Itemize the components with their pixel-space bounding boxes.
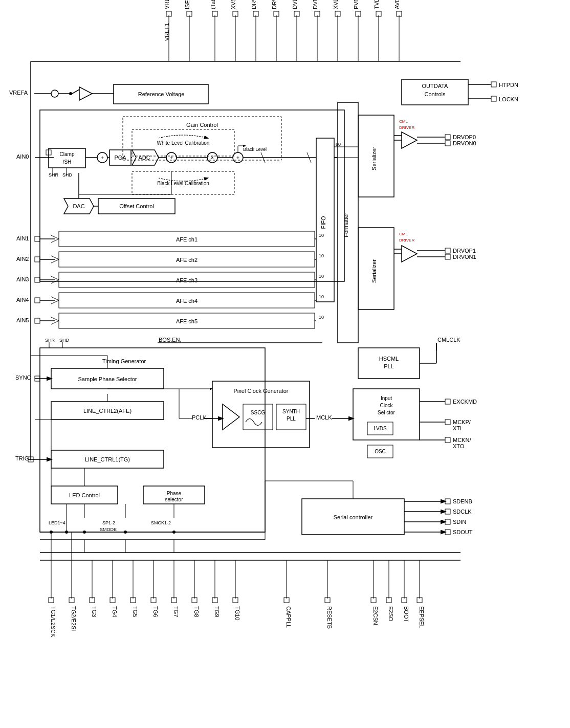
- synth-pll-label: PLL: [287, 416, 296, 422]
- led-control-label: LED Control: [69, 492, 100, 498]
- svg-rect-162: [243, 404, 273, 430]
- sync-label: SYNC: [15, 374, 31, 381]
- tg1-label: TG1/E2SCK: [50, 606, 56, 637]
- n60-label: 60: [336, 142, 341, 147]
- svg-rect-177: [445, 499, 450, 504]
- e2so-label: E2SO: [388, 606, 394, 622]
- drvon0-label: DRVON0: [453, 140, 476, 146]
- svg-text:+: +: [170, 155, 173, 161]
- sdenb-label: SDENB: [453, 498, 472, 504]
- svg-line-103: [51, 297, 59, 300]
- svg-line-104: [51, 300, 59, 304]
- black-level-cal-label: Black Level Calibration: [157, 181, 209, 186]
- pvdd33-label: PVDD33: [353, 0, 359, 9]
- mckn-xto2-label: XTO: [453, 443, 465, 449]
- iset-pin-label: ISET: [184, 0, 190, 9]
- drvop1-label: DRVOP1: [453, 248, 476, 254]
- dvdd18-label: DVDD18: [312, 0, 318, 9]
- reference-voltage-label: Reference Voltage: [138, 91, 185, 97]
- pclk-label: PCLK: [192, 414, 207, 421]
- e2csn-label: E2CSN: [372, 606, 379, 625]
- shr2-label: SHR: [45, 338, 55, 343]
- vrefa-label: VREFA: [9, 90, 28, 96]
- tg2-label: TG2/E2SI: [71, 606, 77, 631]
- svg-rect-36: [491, 82, 496, 87]
- smck12-label: SMCK1-2: [151, 520, 171, 525]
- svg-rect-183: [445, 530, 450, 535]
- sh-label: /SH: [63, 159, 72, 165]
- serializer1-label: Serializer: [371, 147, 377, 170]
- afe-ch4-label: AFE ch4: [176, 298, 198, 304]
- resetb-label: RESETB: [326, 606, 333, 629]
- svg-point-29: [69, 92, 72, 95]
- svg-rect-141: [40, 348, 265, 532]
- tg4-label: TG4: [112, 606, 118, 617]
- svg-rect-181: [445, 519, 450, 524]
- clamp-sh-label: Clamp: [60, 151, 75, 157]
- svg-rect-38: [491, 96, 496, 101]
- ain1-label: AIN1: [16, 235, 29, 241]
- tg10-label: TG10: [234, 606, 240, 621]
- outdata-label: OUTDATA: [422, 83, 449, 89]
- svg-line-96: [51, 276, 59, 280]
- tg6-label: TG6: [152, 606, 159, 617]
- cml-driver2-label: CML: [399, 232, 408, 236]
- eepsel-label: EEPSEL: [419, 606, 425, 628]
- gain-control-label: Gain Control: [186, 122, 218, 128]
- tg9-label: TG9: [214, 606, 220, 617]
- svg-rect-132: [445, 248, 450, 253]
- svg-line-30: [72, 90, 79, 94]
- ain3-label: AIN3: [16, 276, 29, 282]
- svg-line-111: [51, 321, 59, 324]
- svg-text:10: 10: [319, 315, 324, 320]
- sample-phase-sel-label: Sample Phase Selector: [78, 376, 137, 382]
- svg-line-90: [51, 259, 59, 263]
- svg-text:+: +: [236, 155, 239, 161]
- svg-rect-87: [35, 257, 40, 262]
- svg-line-82: [51, 235, 59, 239]
- hscml-pll-label: HSCML: [379, 356, 399, 362]
- svg-marker-161: [223, 404, 239, 430]
- svg-point-222: [83, 531, 86, 534]
- sscg-label: SSCG: [251, 410, 266, 415]
- pixel-clock-gen-label: Pixel Clock Generator: [234, 388, 289, 394]
- svg-text:10: 10: [319, 253, 324, 258]
- cmlclk-label: CMLCLK: [437, 337, 461, 343]
- formatter-label: Formatter: [343, 213, 349, 237]
- lockn-label: LOCKN: [499, 96, 518, 102]
- tab-vss-label: (Tab)VSS: [210, 0, 216, 9]
- svg-rect-94: [35, 277, 40, 282]
- drvon1-label: DRVON1: [453, 254, 476, 260]
- drvdd33-label: DRVDD33: [251, 0, 257, 9]
- exckmd-label: EXCKMD: [453, 399, 477, 405]
- svg-rect-101: [35, 298, 40, 303]
- ain2-label: AIN2: [16, 256, 29, 262]
- tg3-label: TG3: [91, 606, 97, 617]
- dvdd33-label: DVDD33: [292, 0, 298, 9]
- svg-marker-31: [79, 87, 92, 100]
- xvdd18-label: XVDD18: [333, 0, 339, 9]
- tvdd33-label: TVDD33: [374, 0, 380, 9]
- svg-text:+: +: [101, 155, 104, 161]
- lvds-label: LVDS: [374, 426, 387, 431]
- boot-label: BOOT: [403, 606, 409, 622]
- synth-label: SYNTH: [282, 409, 300, 414]
- avdd33-label: AVDD33: [394, 0, 400, 9]
- drvdd18-label: DRVDD18: [271, 0, 277, 9]
- ain0-label: AIN0: [16, 153, 29, 160]
- pll-label: PLL: [384, 363, 394, 369]
- timing-gen-label: Timing Generator: [102, 358, 146, 364]
- ain4-label: AIN4: [16, 297, 29, 303]
- svg-rect-108: [35, 318, 40, 323]
- xvss-label: XVSS: [230, 0, 236, 9]
- svg-rect-121: [445, 135, 450, 140]
- afe-ch3-label: AFE ch3: [176, 277, 198, 283]
- cml-driver1-label: CML: [399, 119, 408, 124]
- input-clock-sel-label: Input: [381, 395, 392, 401]
- svg-text:10: 10: [319, 274, 324, 279]
- line-ctrl2-label: LINE_CTRL2(AFE): [83, 408, 131, 414]
- tg8-label: TG8: [193, 606, 200, 617]
- svg-point-27: [51, 90, 58, 97]
- shd2-label: SHD: [59, 338, 70, 343]
- led14-label: LED1~4: [49, 520, 65, 525]
